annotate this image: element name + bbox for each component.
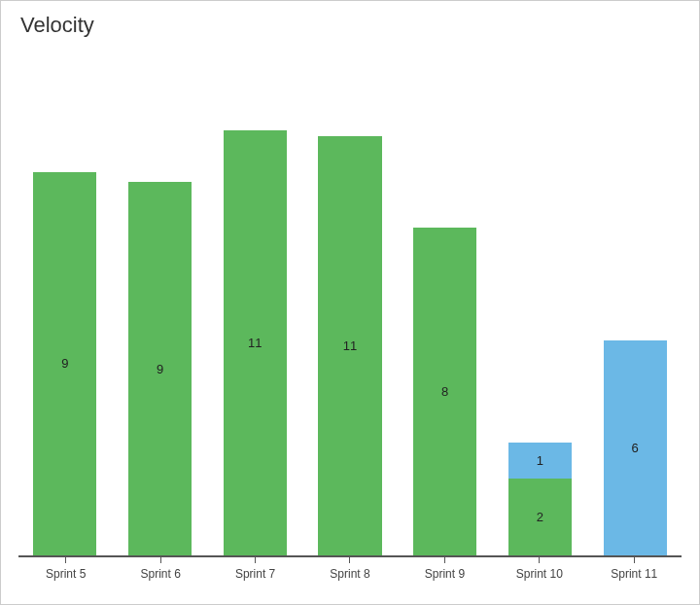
bar-segment-planned: 1 (508, 443, 572, 479)
bar: 11 (318, 136, 381, 555)
bar-sprint-6: 9 (114, 48, 207, 555)
tick-mark-icon (65, 557, 66, 563)
tick-mark-icon (349, 557, 350, 563)
x-tick: Sprint 7 (208, 557, 302, 581)
bar-value-label: 2 (537, 510, 543, 524)
chart-title: Velocity (20, 13, 682, 38)
x-tick-label: Sprint 10 (516, 567, 563, 581)
tick-mark-icon (255, 557, 256, 563)
bar-value-label: 9 (157, 362, 163, 376)
x-tick: Sprint 6 (113, 557, 207, 581)
bar-sprint-5: 9 (18, 48, 112, 555)
bar-segment-completed: 11 (318, 136, 381, 555)
bar-value-label: 1 (537, 453, 543, 468)
x-tick-label: Sprint 7 (235, 567, 275, 581)
x-tick: Sprint 9 (398, 557, 492, 581)
tick-mark-icon (539, 557, 540, 563)
x-tick-label: Sprint 5 (46, 567, 86, 581)
bar-segment-completed: 11 (224, 130, 287, 555)
bar-value-label: 8 (441, 384, 448, 399)
bar-sprint-7: 11 (208, 48, 301, 555)
x-tick: Sprint 8 (302, 557, 397, 581)
bar-sprint-10: 1 2 (494, 48, 587, 555)
bar-segment-completed: 9 (33, 172, 96, 556)
bar: 9 (128, 182, 192, 555)
bar: 6 (604, 340, 667, 555)
bar-segment-completed: 8 (413, 228, 476, 555)
x-tick-label: Sprint 11 (611, 567, 657, 581)
bar-sprint-9: 8 (399, 48, 492, 555)
bar: 1 2 (508, 443, 572, 555)
tick-mark-icon (634, 557, 635, 563)
x-tick: Sprint 10 (492, 557, 586, 581)
x-axis: Sprint 5 Sprint 6 Sprint 7 Sprint 8 Spri… (18, 557, 682, 581)
x-tick-label: Sprint 8 (330, 567, 369, 581)
bar-value-label: 9 (61, 356, 68, 371)
tick-mark-icon (444, 557, 445, 563)
bar-value-label: 11 (248, 336, 262, 350)
x-tick-label: Sprint 6 (140, 567, 180, 581)
x-tick: Sprint 5 (18, 557, 113, 581)
bar-sprint-8: 11 (303, 48, 397, 555)
bar-value-label: 6 (632, 441, 639, 455)
bar: 11 (224, 130, 287, 555)
x-tick-label: Sprint 9 (425, 567, 465, 581)
bar-segment-completed: 9 (128, 182, 192, 555)
bar: 9 (33, 172, 96, 556)
bar-sprint-11: 6 (588, 48, 682, 555)
tick-mark-icon (160, 557, 161, 563)
bar-segment-planned: 6 (604, 340, 667, 555)
x-tick: Sprint 11 (587, 557, 682, 581)
velocity-chart: Velocity 9 9 11 (0, 0, 700, 605)
bar: 8 (413, 228, 476, 555)
bar-value-label: 11 (343, 338, 357, 353)
bar-segment-completed: 2 (508, 479, 572, 555)
plot-area: 9 9 11 11 (18, 48, 682, 557)
